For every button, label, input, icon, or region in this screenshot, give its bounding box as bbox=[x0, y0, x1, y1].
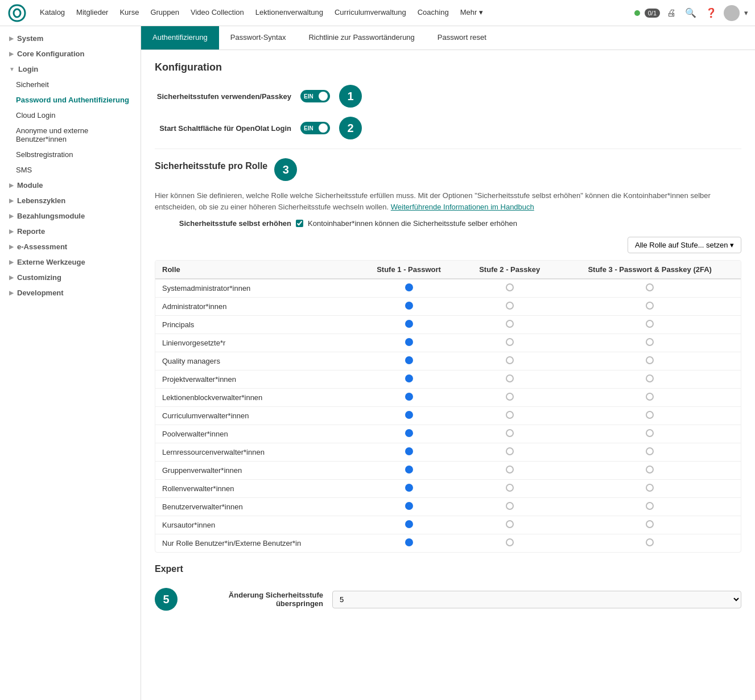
col-stufe3: Stufe 3 - Passwort & Passkey (2FA) bbox=[559, 261, 741, 279]
radio-stufe2[interactable] bbox=[460, 370, 559, 389]
radio-stufe2[interactable] bbox=[460, 534, 559, 553]
help-button[interactable]: ❓ bbox=[703, 5, 719, 20]
radio-stufe2[interactable] bbox=[460, 407, 559, 425]
search-button[interactable]: 🔍 bbox=[683, 5, 699, 20]
print-button[interactable]: 🖨 bbox=[665, 6, 678, 20]
radio-stufe3[interactable] bbox=[559, 334, 741, 352]
radio-stufe1[interactable] bbox=[357, 498, 460, 516]
sidebar-item-core[interactable]: ▶ Core Konfiguration bbox=[0, 46, 141, 61]
radio-stufe1[interactable] bbox=[357, 279, 460, 298]
radio-stufe1[interactable] bbox=[357, 316, 460, 334]
radio-stufe2[interactable] bbox=[460, 462, 559, 480]
radio-stufe2[interactable] bbox=[460, 480, 559, 498]
nav-kurse[interactable]: Kurse bbox=[114, 0, 145, 26]
radio-stufe2[interactable] bbox=[460, 279, 559, 298]
sidebar-item-login[interactable]: ▼ Login bbox=[0, 61, 141, 77]
nav-katalog[interactable]: Katalog bbox=[34, 0, 71, 26]
nav-curriculumverwaltung[interactable]: Curriculumverwaltung bbox=[329, 0, 412, 26]
sidebar-label: Cloud Login bbox=[16, 111, 55, 120]
sidebar-item-sicherheit[interactable]: Sicherheit bbox=[0, 77, 141, 92]
nav-gruppen[interactable]: Gruppen bbox=[145, 0, 185, 26]
radio-stufe1[interactable] bbox=[357, 425, 460, 443]
radio-stufe1[interactable] bbox=[357, 334, 460, 352]
radio-stufe2[interactable] bbox=[460, 352, 559, 370]
tab-authentifizierung[interactable]: Authentifizierung bbox=[141, 26, 219, 50]
sidebar-item-lebenszyklen[interactable]: ▶ Lebenszyklen bbox=[0, 193, 141, 208]
sidebar-item-bezahlungsmodule[interactable]: ▶ Bezahlungsmodule bbox=[0, 208, 141, 224]
radio-stufe2[interactable] bbox=[460, 316, 559, 334]
nav-video-collection[interactable]: Video Collection bbox=[185, 0, 250, 26]
expert-select[interactable]: 12345 bbox=[332, 591, 741, 608]
arrow-icon: ▶ bbox=[9, 228, 14, 234]
radio-stufe2[interactable] bbox=[460, 425, 559, 443]
sidebar-item-selbstregistration[interactable]: Selbstregistration bbox=[0, 147, 141, 162]
sidebar-item-customizing[interactable]: ▶ Customizing bbox=[0, 270, 141, 285]
radio-stufe3[interactable] bbox=[559, 316, 741, 334]
radio-stufe2[interactable] bbox=[460, 498, 559, 516]
toggle-openolat-login[interactable]: EIN bbox=[300, 122, 330, 134]
radio-stufe1[interactable] bbox=[357, 462, 460, 480]
app-logo[interactable] bbox=[7, 3, 27, 23]
radio-stufe2[interactable] bbox=[460, 443, 559, 462]
sidebar-item-cloud-login[interactable]: Cloud Login bbox=[0, 108, 141, 123]
sidebar-item-password-auth[interactable]: Password und Authentifizierung bbox=[0, 92, 141, 108]
radio-stufe3[interactable] bbox=[559, 498, 741, 516]
tab-passwort-reset[interactable]: Passwort reset bbox=[426, 26, 498, 50]
radio-stufe3[interactable] bbox=[559, 534, 741, 553]
nav-mehr[interactable]: Mehr ▾ bbox=[455, 0, 489, 26]
radio-stufe1[interactable] bbox=[357, 443, 460, 462]
radio-stufe3[interactable] bbox=[559, 443, 741, 462]
radio-stufe1[interactable] bbox=[357, 370, 460, 389]
radio-stufe3[interactable] bbox=[559, 516, 741, 534]
toggle-sicherheitsstufen[interactable]: EIN bbox=[300, 90, 330, 102]
radio-stufe3[interactable] bbox=[559, 462, 741, 480]
radio-stufe3[interactable] bbox=[559, 352, 741, 370]
radio-stufe1[interactable] bbox=[357, 389, 460, 407]
nav-lektionenverwaltung[interactable]: Lektionenverwaltung bbox=[250, 0, 329, 26]
avatar[interactable] bbox=[724, 5, 740, 21]
tab-bar: Authentifizierung Passwort-Syntax Richtl… bbox=[141, 26, 755, 50]
sidebar-item-reporte[interactable]: ▶ Reporte bbox=[0, 224, 141, 239]
radio-stufe1[interactable] bbox=[357, 480, 460, 498]
radio-stufe2[interactable] bbox=[460, 516, 559, 534]
user-dropdown-arrow[interactable]: ▾ bbox=[744, 9, 748, 17]
sidebar-label: SMS bbox=[16, 166, 32, 174]
arrow-icon: ▶ bbox=[9, 213, 14, 219]
content-area: Konfiguration Sicherheitsstufen verwende… bbox=[141, 50, 755, 622]
radio-stufe1[interactable] bbox=[357, 516, 460, 534]
radio-stufe3[interactable] bbox=[559, 370, 741, 389]
sidebar-item-system[interactable]: ▶ System bbox=[0, 31, 141, 46]
sidebar-item-development[interactable]: ▶ Development bbox=[0, 285, 141, 300]
sidebar-item-module[interactable]: ▶ Module bbox=[0, 178, 141, 193]
table-row: Rollenverwalter*innen bbox=[155, 480, 741, 498]
radio-stufe3[interactable] bbox=[559, 480, 741, 498]
radio-stufe1[interactable] bbox=[357, 407, 460, 425]
radio-stufe1[interactable] bbox=[357, 352, 460, 370]
tab-richtlinie[interactable]: Richtlinie zur Passwortänderung bbox=[297, 26, 426, 50]
radio-stufe3[interactable] bbox=[559, 389, 741, 407]
radio-stufe3[interactable] bbox=[559, 407, 741, 425]
table-row: Linienvorgesetzte*r bbox=[155, 334, 741, 352]
radio-stufe3[interactable] bbox=[559, 425, 741, 443]
radio-stufe1[interactable] bbox=[357, 298, 460, 316]
nav-coaching[interactable]: Coaching bbox=[412, 0, 455, 26]
sidebar-label: Reporte bbox=[17, 227, 45, 236]
sidebar-item-sms[interactable]: SMS bbox=[0, 162, 141, 178]
expert-row: 5 Änderung Sicherheitsstufe überspringen… bbox=[155, 588, 741, 611]
sidebar-item-externe-werkzeuge[interactable]: ▶ Externe Werkzeuge bbox=[0, 254, 141, 270]
tab-passwort-syntax[interactable]: Passwort-Syntax bbox=[219, 26, 298, 50]
radio-stufe3[interactable] bbox=[559, 279, 741, 298]
radio-stufe2[interactable] bbox=[460, 298, 559, 316]
selbst-checkbox[interactable] bbox=[296, 220, 303, 227]
toggle-knob-1 bbox=[319, 92, 328, 101]
radio-stufe2[interactable] bbox=[460, 334, 559, 352]
radio-stufe3[interactable] bbox=[559, 298, 741, 316]
alle-rolle-button[interactable]: Alle Rolle auf Stufe... setzen ▾ bbox=[628, 237, 741, 253]
sidebar-item-anon-extern[interactable]: Anonyme und externe Benutzer*innen bbox=[0, 123, 141, 147]
handbuch-link[interactable]: Weiterführende Informationen im Handbuch bbox=[391, 203, 534, 211]
radio-stufe2[interactable] bbox=[460, 389, 559, 407]
sidebar-item-eassessment[interactable]: ▶ e-Assessment bbox=[0, 239, 141, 254]
nav-mitglieder[interactable]: Mitglieder bbox=[71, 0, 114, 26]
radio-stufe1[interactable] bbox=[357, 534, 460, 553]
sidebar-label: Password und Authentifizierung bbox=[16, 96, 129, 104]
